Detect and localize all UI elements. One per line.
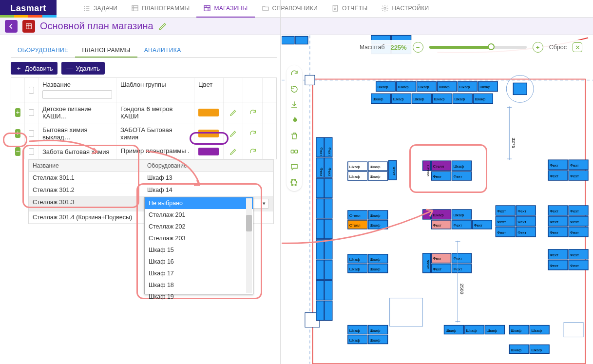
zoom-reset-button[interactable]: ✕	[573, 42, 582, 52]
refresh-row-button[interactable]	[249, 109, 257, 116]
cell-template: Гондола 6 метров КАШИ	[116, 102, 194, 123]
svg-text:Фехт: Фехт	[570, 264, 579, 268]
svg-rect-51	[316, 219, 324, 239]
zoom-slider[interactable]	[429, 46, 527, 49]
svg-rect-56	[325, 260, 332, 280]
dropdown-item[interactable]: Стеллаж 203	[145, 232, 253, 244]
dropdown-item[interactable]: Шкаф 17	[145, 268, 253, 279]
svg-rect-59	[316, 301, 324, 321]
svg-text:Стелл: Стелл	[349, 213, 361, 218]
dropdown-item[interactable]: Шкаф 16	[145, 256, 253, 268]
polygon-tool[interactable]	[290, 178, 299, 187]
grid-row[interactable]: − Забота бытовая химия Пример планограмм…	[11, 144, 276, 159]
edit-row-button[interactable]	[230, 130, 237, 137]
nav-reports[interactable]: ОТЧЁТЫ	[325, 0, 374, 18]
expand-button[interactable]: +	[15, 108, 20, 117]
grid-row[interactable]: + Бытовая химия выклад… ЗАБОТА Бытовая х…	[11, 123, 276, 144]
floor-plan-panel[interactable]: Шкаф Шкаф Шкаф Шкаф Шкаф Шкаф Шкаф Шкаф …	[282, 35, 593, 364]
floor-plan[interactable]: Шкаф Шкаф Шкаф Шкаф Шкаф Шкаф Шкаф Шкаф …	[282, 35, 593, 364]
tab-planograms[interactable]: ПЛАНОГРАММЫ	[75, 43, 137, 57]
edit-title-button[interactable]	[158, 22, 167, 31]
cell-name: Забота бытовая химия	[38, 144, 116, 159]
minus-icon: —	[66, 65, 73, 72]
refresh-row-button[interactable]	[249, 130, 257, 137]
sub-row[interactable]: Стеллаж 301.2Шкаф 14	[29, 184, 273, 196]
zoom-value: 225%	[390, 44, 406, 51]
dropdown-item[interactable]: Шкаф 18	[145, 279, 253, 291]
svg-text:Шкаф: Шкаф	[475, 97, 485, 101]
select-all-checkbox[interactable]	[29, 87, 34, 94]
svg-text:Фехт: Фехт	[570, 174, 579, 178]
svg-text:Фехт: Фехт	[497, 220, 506, 224]
dropdown-item[interactable]: Стеллаж 202	[145, 221, 253, 232]
svg-point-3	[384, 7, 386, 9]
zoom-reset-link[interactable]: Сброс	[549, 44, 567, 51]
tab-equipment[interactable]: ОБОРУДОВАНИЕ	[11, 43, 75, 57]
svg-rect-58	[325, 281, 332, 300]
refresh-tool[interactable]	[290, 69, 299, 78]
dropdown-item[interactable]: Шкаф 15	[145, 244, 253, 256]
nav-dictionaries[interactable]: СПРАВОЧНИКИ	[255, 0, 325, 18]
col-template: Шаблон группы	[120, 81, 166, 88]
svg-text:Шкаф: Шкаф	[414, 97, 424, 101]
nav-tasks[interactable]: ЗАДАЧИ	[76, 0, 124, 18]
restore-tool[interactable]	[290, 85, 299, 94]
svg-text:Шкаф: Шкаф	[434, 97, 445, 101]
edit-row-button[interactable]	[230, 109, 237, 116]
nav-stores[interactable]: МАГАЗИНЫ	[196, 0, 254, 18]
expand-button[interactable]: +	[15, 129, 20, 138]
back-button[interactable]	[5, 20, 18, 33]
zoom-out-button[interactable]: −	[413, 42, 423, 53]
svg-text:Стелл: Стелл	[426, 165, 430, 176]
sub-row[interactable]: Стеллаж 301.1Шкаф 13	[29, 172, 273, 184]
zoom-in-button[interactable]: +	[533, 42, 543, 53]
download-tool[interactable]	[290, 100, 299, 109]
plan-button[interactable]	[22, 20, 35, 33]
filter-name-input[interactable]	[42, 90, 112, 99]
nav-planograms[interactable]: ПЛАНОГРАММЫ	[124, 0, 196, 18]
delete-button[interactable]: —Удалить	[61, 62, 105, 75]
nav-settings[interactable]: НАСТРОЙКИ	[374, 0, 436, 18]
folder-icon	[262, 4, 269, 12]
svg-rect-185	[564, 323, 583, 337]
row-checkbox[interactable]	[29, 130, 34, 137]
svg-text:Шкаф: Шкаф	[349, 174, 360, 179]
link-tool[interactable]	[290, 147, 299, 156]
row-checkbox[interactable]	[29, 148, 34, 155]
svg-text:Фехт: Фехт	[327, 168, 332, 176]
dropdown-item[interactable]: Стеллаж 201	[145, 209, 253, 221]
svg-text:Шкаф: Шкаф	[393, 97, 404, 101]
edit-row-button[interactable]	[230, 148, 237, 155]
top-nav: Lasmart ЗАДАЧИ ПЛАНОГРАММЫ МАГАЗИНЫ СПРА…	[0, 0, 593, 18]
heat-tool[interactable]	[290, 116, 299, 125]
comment-tool[interactable]	[290, 163, 299, 172]
svg-text:Шкаф: Шкаф	[453, 164, 464, 169]
svg-rect-57	[316, 281, 324, 300]
dropdown-item[interactable]: Не выбрано	[145, 197, 253, 209]
add-button[interactable]: ＋Добавить	[11, 62, 57, 75]
refresh-row-button[interactable]	[249, 148, 257, 155]
collapse-button[interactable]: −	[15, 147, 20, 156]
dropdown-scrollbar[interactable]	[246, 198, 252, 293]
svg-text:Фехт: Фехт	[570, 163, 579, 168]
svg-rect-48	[325, 178, 332, 198]
row-checkbox[interactable]	[29, 109, 34, 116]
dropdown-item[interactable]: Шкаф 19	[145, 291, 253, 303]
color-swatch	[198, 130, 219, 137]
svg-text:Фехт: Фехт	[550, 264, 558, 268]
svg-rect-55	[316, 260, 324, 280]
page-title: Основной план магазина	[40, 20, 153, 32]
tab-analytics[interactable]: АНАЛИТИКА	[137, 43, 188, 57]
cell-template: Пример планограммы .	[116, 144, 194, 159]
gear-icon	[381, 4, 389, 12]
svg-text:Фехт: Фехт	[570, 230, 579, 235]
equip-dropdown[interactable]: Не выбрано Стеллаж 201 Стеллаж 202 Стелл…	[144, 197, 253, 294]
delete-tool[interactable]	[290, 132, 299, 140]
cell-name: Бытовая химия выклад…	[38, 123, 116, 144]
plan-tools-rail	[287, 65, 302, 191]
svg-text:Шкаф: Шкаф	[511, 348, 521, 352]
grid-row[interactable]: + Детское питание КАШИ… Гондола 6 метров…	[11, 102, 276, 123]
sub-col-name: Название	[29, 160, 143, 172]
svg-text:Фехт: Фехт	[319, 147, 324, 156]
svg-rect-53	[316, 240, 324, 259]
